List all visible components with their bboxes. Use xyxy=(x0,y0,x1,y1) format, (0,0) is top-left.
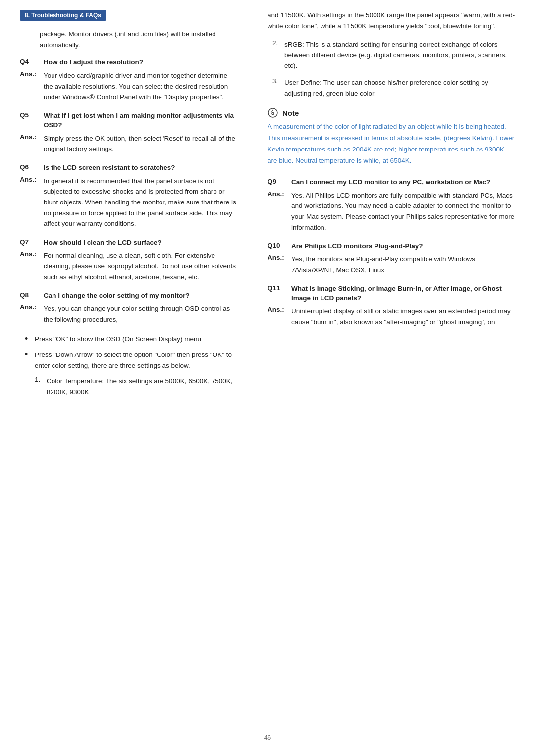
a7-text: For normal cleaning, use a clean, soft c… xyxy=(44,251,238,283)
q4-text: How do I adjust the resolution? xyxy=(44,58,143,67)
note-header: Note xyxy=(268,107,515,118)
q8-label: Q8 xyxy=(20,291,44,301)
numbered-item-2: 2. sRGB: This is a standard setting for … xyxy=(272,39,515,71)
q11-text: What is Image Sticking, or Image Burn-in… xyxy=(291,284,515,303)
note-text: A measurement of the color of light radi… xyxy=(268,121,515,167)
a9-text: Yes. All Philips LCD monitors are fully … xyxy=(291,190,515,233)
num-2: 2. xyxy=(272,39,284,71)
numbered-list-left: 1. Color Temperature: The six settings a… xyxy=(20,376,238,397)
qa-q8: Q8 Can I change the color setting of my … xyxy=(20,291,238,325)
num-text-1: Color Temperature: The six settings are … xyxy=(47,376,238,397)
a10-text: Yes, the monitors are Plug-and-Play comp… xyxy=(291,254,515,275)
qa-q6: Q6 Is the LCD screen resistant to scratc… xyxy=(20,163,238,229)
right-intro: and 11500K. With settings in the 5000K r… xyxy=(268,10,515,31)
a9-label: Ans.: xyxy=(268,190,291,233)
num-3: 3. xyxy=(272,77,284,99)
page-number: 46 xyxy=(264,734,271,741)
num-text-3: User Define: The user can choose his/her… xyxy=(284,77,515,99)
a11-text: Uninterrupted display of still or static… xyxy=(291,306,515,327)
q6-label: Q6 xyxy=(20,163,44,173)
a5-text: Simply press the OK button, then select … xyxy=(44,133,238,154)
section-header: 8. Troubleshooting & FAQs xyxy=(20,10,106,21)
a8-text: Yes, you can change your color setting t… xyxy=(44,303,238,325)
a5-label: Ans.: xyxy=(20,133,44,154)
numbered-item-3: 3. User Define: The user can choose his/… xyxy=(272,77,515,99)
a6-label: Ans.: xyxy=(20,176,44,229)
q11-label: Q11 xyxy=(268,284,291,303)
q9-text: Can I connect my LCD monitor to any PC, … xyxy=(291,178,490,187)
q7-text: How should I clean the LCD surface? xyxy=(44,238,161,248)
bullet-text-1: Press "OK" to show the OSD (On Screen Di… xyxy=(35,334,201,345)
q7-label: Q7 xyxy=(20,238,44,248)
qa-q9: Q9 Can I connect my LCD monitor to any P… xyxy=(268,178,515,233)
qa-q10: Q10 Are Philips LCD monitors Plug-and-Pl… xyxy=(268,242,515,275)
q10-label: Q10 xyxy=(268,242,291,251)
bullet-dot-2: • xyxy=(25,350,35,371)
num-text-2: sRGB: This is a standard setting for ens… xyxy=(284,39,515,71)
bullet-dot-1: • xyxy=(25,334,35,345)
note-box: Note A measurement of the color of light… xyxy=(268,107,515,167)
a8-label: Ans.: xyxy=(20,303,44,325)
qa-q7: Q7 How should I clean the LCD surface? A… xyxy=(20,238,238,283)
q5-label: Q5 xyxy=(20,111,44,130)
qa-q5: Q5 What if I get lost when I am making m… xyxy=(20,111,238,154)
num-1: 1. xyxy=(35,376,47,397)
note-icon xyxy=(268,107,278,118)
q9-label: Q9 xyxy=(268,178,291,187)
a10-label: Ans.: xyxy=(268,254,291,275)
intro-text: package. Monitor drivers (.inf and .icm … xyxy=(20,29,238,50)
qa-q11: Q11 What is Image Sticking, or Image Bur… xyxy=(268,284,515,327)
q10-text: Are Philips LCD monitors Plug-and-Play? xyxy=(291,242,423,251)
q6-text: Is the LCD screen resistant to scratches… xyxy=(44,163,175,173)
a7-label: Ans.: xyxy=(20,251,44,283)
bullet-text-2: Press "Down Arrow" to select the option … xyxy=(35,350,238,371)
bullet-item-1: • Press "OK" to show the OSD (On Screen … xyxy=(20,334,238,345)
q4-label: Q4 xyxy=(20,58,44,67)
q5-text: What if I get lost when I am making moni… xyxy=(44,111,238,130)
numbered-list-right: 2. sRGB: This is a standard setting for … xyxy=(268,39,515,99)
a6-text: In general it is recommended that the pa… xyxy=(44,176,238,229)
numbered-item-1: 1. Color Temperature: The six settings a… xyxy=(35,376,238,397)
a4-label: Ans.: xyxy=(20,70,44,102)
note-title: Note xyxy=(282,109,299,117)
bullet-item-2: • Press "Down Arrow" to select the optio… xyxy=(20,350,238,371)
a4-text: Your video card/graphic driver and monit… xyxy=(44,70,238,102)
a11-label: Ans.: xyxy=(268,306,291,327)
qa-q4: Q4 How do I adjust the resolution? Ans.:… xyxy=(20,58,238,102)
q8-text: Can I change the color setting of my mon… xyxy=(44,291,190,301)
